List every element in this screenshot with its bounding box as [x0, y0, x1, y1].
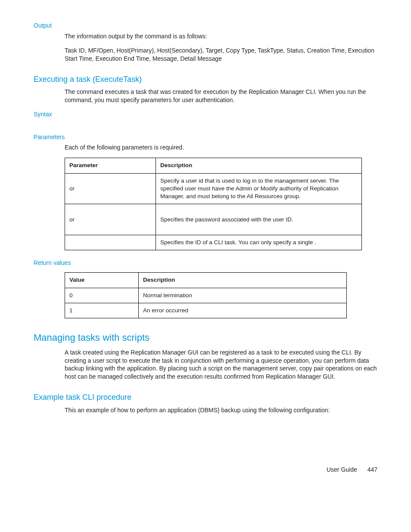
parameters-table: Parameter Description or Specify a user …: [65, 158, 362, 250]
table-row: Specifies the ID of a CLI task. You can …: [65, 235, 362, 250]
page-footer: User Guide 447: [34, 466, 377, 474]
cell-desc: Specifies the ID of a CLI task. You can …: [156, 235, 362, 250]
managing-scripts-paragraph: A task created using the Replication Man…: [65, 348, 377, 381]
example-procedure-paragraph: This an example of how to perform an app…: [65, 406, 377, 414]
cell-param: or: [65, 173, 156, 204]
parameters-heading: Parameters: [34, 133, 377, 141]
output-heading: Output: [34, 22, 377, 30]
text: The information output by the: [65, 33, 145, 40]
table-row: 0 Normal termination: [65, 288, 347, 303]
output-line1: The information output by the command is…: [65, 32, 377, 40]
cell-desc: An error occurred: [139, 303, 347, 318]
syntax-heading: Syntax: [34, 110, 377, 118]
managing-scripts-heading: Managing tasks with scripts: [34, 331, 377, 344]
cell-value: 1: [65, 303, 139, 318]
cell-param: [65, 235, 156, 250]
text: command is as follows:: [145, 33, 207, 40]
executing-task-heading: Executing a task (ExecuteTask): [34, 74, 377, 84]
col-description: Description: [156, 158, 362, 173]
text: command, you must specify parameters for…: [65, 96, 235, 103]
cell-param: or: [65, 204, 156, 235]
text: command executes a task that was created…: [77, 88, 366, 95]
col-value: Value: [65, 273, 139, 288]
page-number: 447: [367, 466, 377, 473]
cell-desc: Specifies the password associated with t…: [156, 204, 362, 235]
return-values-heading: Return values: [34, 259, 377, 267]
executing-task-paragraph: The command executes a task that was cre…: [65, 88, 377, 104]
doc-title: User Guide: [327, 466, 357, 473]
cell-desc: Normal termination: [139, 288, 347, 303]
cell-desc: Specify a user id that is used to log in…: [156, 173, 362, 204]
table-row: or Specify a user id that is used to log…: [65, 173, 362, 204]
return-values-table: Value Description 0 Normal termination 1…: [65, 272, 347, 318]
parameters-intro: Each of the following parameters is requ…: [65, 143, 377, 152]
text: The: [65, 88, 77, 95]
table-row: 1 An error occurred: [65, 303, 347, 318]
col-parameter: Parameter: [65, 158, 156, 173]
example-procedure-heading: Example task CLI procedure: [34, 392, 377, 402]
output-line2: Task ID, MF/Open, Host(Primary), Host(Se…: [65, 47, 377, 63]
col-description: Description: [139, 273, 347, 288]
cell-value: 0: [65, 288, 139, 303]
table-row: or Specifies the password associated wit…: [65, 204, 362, 235]
